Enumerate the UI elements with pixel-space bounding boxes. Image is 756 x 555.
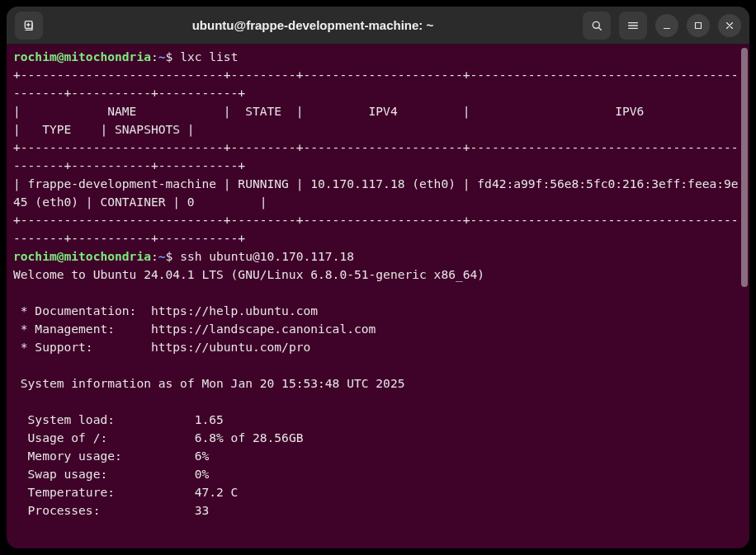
prompt-colon-2: :	[151, 249, 158, 263]
prompt-at: @	[57, 49, 64, 63]
new-tab-button[interactable]	[15, 12, 43, 40]
prompt-dollar-2: $	[166, 249, 173, 263]
terminal-content[interactable]: rochim@mitochondria:~$ lxc list +-------…	[7, 45, 749, 548]
maximize-button[interactable]	[687, 14, 710, 37]
lxc-output: +----------------------------+---------+…	[13, 68, 749, 245]
svg-rect-2	[696, 22, 702, 28]
terminal-window: ubuntu@frappe-development-machine: ~ roc…	[7, 7, 749, 548]
prompt-host: mitochondria	[64, 49, 151, 63]
command-2: ssh ubuntu@10.170.117.18	[180, 249, 354, 263]
titlebar: ubuntu@frappe-development-machine: ~	[7, 7, 749, 45]
prompt-path: ~	[158, 49, 166, 63]
ssh-output: Welcome to Ubuntu 24.04.1 LTS (GNU/Linux…	[13, 267, 484, 517]
scrollbar-thumb[interactable]	[741, 48, 748, 287]
prompt-dollar: $	[166, 49, 173, 63]
close-button[interactable]	[718, 14, 741, 37]
svg-point-1	[593, 21, 599, 28]
prompt-host-2: mitochondria	[64, 249, 151, 263]
prompt-user-2: rochim	[13, 249, 57, 263]
prompt-user: rochim	[13, 49, 57, 63]
menu-button[interactable]	[619, 12, 647, 40]
prompt-at-2: @	[57, 249, 64, 263]
search-button[interactable]	[583, 12, 611, 40]
window-title: ubuntu@frappe-development-machine: ~	[50, 18, 576, 32]
prompt-colon: :	[151, 49, 158, 63]
minimize-button[interactable]	[655, 14, 678, 37]
prompt-path-2: ~	[158, 249, 166, 263]
command-1: lxc list	[180, 49, 238, 63]
window-controls	[583, 12, 741, 40]
